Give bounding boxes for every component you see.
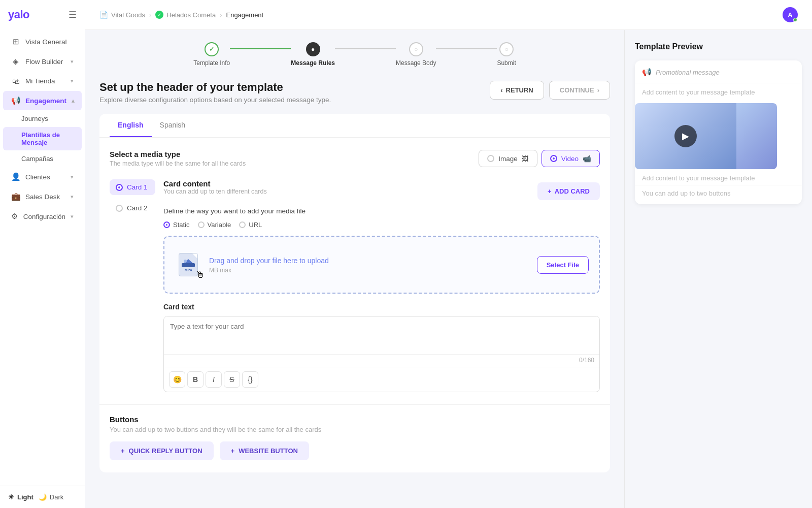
sidebar-item-clientes[interactable]: 👤 Clientes ▾ [3,167,82,186]
media-define-label: Define the way you want to add your medi… [163,207,600,215]
website-label: WEBSITE BUTTON [239,447,298,455]
sidebar-item-plantillas[interactable]: Plantillas de Mensaje [3,127,82,150]
step-submit: ○ Submit [497,42,516,67]
play-button-icon: ▶ [674,125,697,147]
card-text-area-wrap: 0/160 😊 B I S {} [163,316,600,392]
step-label: Message Body [396,59,436,67]
sidebar-item-campanas[interactable]: Campañas [3,151,82,167]
return-button[interactable]: ‹ RETURN [490,81,544,100]
plus-icon: + [548,187,552,195]
add-card-label: ADD CARD [555,187,590,195]
step-circle: ✓ [205,42,219,56]
breadcrumb-item-vital[interactable]: 📄 Vital Goods [99,11,145,19]
sidebar: yalo ☰ ⊞ Vista General ◈ Flow Builder ▾ … [0,0,85,508]
preview-panel: Template Preview 📢 Promotional message A… [624,30,812,508]
store-icon: 🛍 [11,77,20,85]
code-button[interactable]: {} [242,371,258,388]
buttons-title: Buttons [110,415,600,424]
media-option-video[interactable]: Video 📹 [542,150,600,167]
card-radio-1 [116,184,123,191]
sidebar-sub-label: Plantillas de Mensaje [21,131,74,146]
dropzone-text: Drag and drop your file here to upload M… [209,256,329,274]
sidebar-item-engagement[interactable]: 📢 Engagement ▴ [3,91,82,110]
chevron-down-icon: ▾ [71,174,74,180]
sidebar-item-label: Clientes [25,173,50,181]
image-label: Image [498,155,518,163]
cursor-icon: 🖱 [196,270,205,280]
card-list: Card 1 Card 2 [110,179,155,392]
sidebar-item-flow-builder[interactable]: ◈ Flow Builder ▾ [3,52,82,71]
theme-light-button[interactable]: ☀ Light [8,493,33,501]
radio-static[interactable]: Static [163,221,190,229]
chevron-down-icon: ▾ [71,58,74,65]
svg-rect-0 [182,263,195,267]
card-list-item-2[interactable]: Card 2 [110,200,155,216]
video-label: Video [561,155,579,163]
dark-label: Dark [50,493,63,501]
buttons-subtitle: You can add up to two buttons and they w… [110,426,600,433]
media-options: Image 🖼 Video 📹 [479,150,600,167]
card-text-input[interactable] [164,316,599,352]
tab-spanish[interactable]: Spanish [152,114,194,137]
breadcrumb-label: Vital Goods [111,11,145,19]
sidebar-item-label: Sales Desk [25,193,60,201]
website-button[interactable]: + WEBSITE BUTTON [220,441,309,460]
select-file-button[interactable]: Select File [537,256,589,274]
chevron-down-icon: ▾ [71,78,74,84]
sidebar-item-mi-tienda[interactable]: 🛍 Mi Tienda ▾ [3,72,82,90]
media-option-image[interactable]: Image 🖼 [479,150,537,167]
sidebar-item-journeys[interactable]: Journeys [3,111,82,126]
sidebar-item-configuracion[interactable]: ⚙ Configuración ▾ [3,207,82,226]
radio-url[interactable]: URL [239,221,262,229]
progress-steps: ✓ Template Info ● Message Rules ○ Messag… [99,42,610,67]
breadcrumb-label: Helados Cometa [166,11,216,19]
tab-english[interactable]: English [110,114,152,137]
file-drag-icon: MP4 🖱 [175,251,202,278]
action-buttons-row: + QUICK REPLY BUTTON + WEBSITE BUTTON [110,441,600,460]
radio-video [550,155,557,162]
media-type-row: Select a media type The media type will … [110,150,600,167]
static-label: Static [173,221,190,229]
italic-button[interactable]: I [206,371,222,388]
sidebar-nav: ⊞ Vista General ◈ Flow Builder ▾ 🛍 Mi Ti… [0,27,85,486]
text-toolbar: 😊 B I S {} [164,367,599,392]
document-icon: 📄 [99,11,108,19]
sidebar-item-vista-general[interactable]: ⊞ Vista General [3,32,82,51]
dropzone-sub: MB max [209,267,329,274]
emoji-button[interactable]: 😊 [169,371,185,388]
breadcrumb-item-helados[interactable]: ✓ Helados Cometa [155,11,216,19]
card-2-label: Card 2 [127,204,148,212]
chevron-up-icon: ▴ [72,98,75,104]
add-card-button[interactable]: + ADD CARD [537,182,600,200]
avatar: A [783,7,798,22]
language-tabs: English Spanish [99,114,610,138]
card-panel: English Spanish Select a media type The … [99,114,610,472]
card-content-header: Card content You can add up to ten diffe… [163,179,600,203]
bold-button[interactable]: B [187,371,204,388]
select-file-label: Select File [547,261,579,269]
sidebar-item-label: Configuración [23,213,65,220]
preview-title: Template Preview [635,42,802,51]
tab-english-label: English [118,121,144,129]
menu-icon[interactable]: ☰ [69,9,77,20]
theme-dark-button[interactable]: 🌙 Dark [39,493,63,501]
engagement-icon: 📢 [11,96,20,105]
step-circle: ○ [499,42,514,56]
quick-reply-button[interactable]: + QUICK REPLY BUTTON [110,441,214,460]
sidebar-item-sales-desk[interactable]: 💼 Sales Desk ▾ [3,187,82,206]
card-list-item-1[interactable]: Card 1 [110,179,155,195]
dropzone[interactable]: MP4 🖱 Drag and drop your file here to up… [163,236,600,294]
dropzone-main-text: your file here to upload [256,257,328,265]
media-type-label: Select a media type [110,150,246,158]
step-circle: ● [306,42,320,56]
radio-variable[interactable]: Variable [198,221,231,229]
breadcrumb: 📄 Vital Goods › ✓ Helados Cometa › Engag… [85,0,812,30]
header-section: Set up the header of your template Explo… [99,81,610,104]
card-radio-2 [116,205,123,212]
quick-reply-label: QUICK REPLY BUTTON [129,447,202,455]
strikethrough-button[interactable]: S [224,371,240,388]
continue-button[interactable]: CONTINUE › [549,81,610,100]
sidebar-logo: yalo ☰ [0,0,85,27]
online-indicator [793,18,797,22]
sun-icon: ☀ [8,493,14,501]
